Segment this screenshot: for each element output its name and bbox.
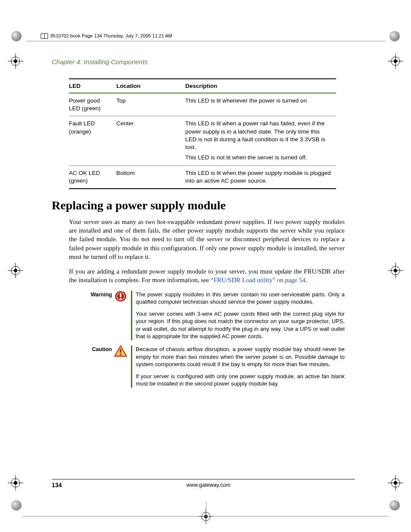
caution-text: Because of chassis airflow disruption, a… — [136, 345, 345, 388]
svg-rect-33 — [120, 349, 121, 353]
th-description: Description — [185, 79, 336, 93]
svg-point-7 — [394, 59, 397, 63]
table-row: Fault LED (orange) Center This LED is li… — [69, 116, 336, 165]
caution-label: Caution — [86, 345, 112, 388]
section-heading: Replacing a power supply module — [52, 199, 355, 212]
caution-icon — [112, 345, 129, 388]
svg-point-34 — [120, 354, 121, 355]
chapter-title: Chapter 4: Installing Components — [52, 58, 355, 65]
cell-led: AC OK LED (green) — [69, 165, 116, 189]
cell-description: This LED is lit when the power supply mo… — [185, 165, 336, 189]
th-location: Location — [116, 79, 185, 93]
warning-text: The power supply modules in this server … — [136, 291, 345, 340]
svg-point-32 — [120, 298, 121, 299]
body-paragraph: Your server uses as many as two hot-swap… — [69, 218, 345, 261]
footer-url: www.gateway.com — [62, 482, 355, 488]
book-icon — [40, 33, 48, 41]
svg-rect-31 — [120, 293, 121, 297]
running-header: 8510702.book Page 134 Thursday, July 7, … — [50, 33, 385, 38]
svg-point-19 — [14, 481, 17, 485]
body-paragraph: If you are adding a redundant power supp… — [69, 267, 345, 285]
led-table: LED Location Description Power good LED … — [69, 78, 336, 189]
cell-description: This LED is lit whenever the power is tu… — [185, 93, 336, 116]
svg-point-23 — [394, 481, 397, 485]
svg-point-11 — [14, 269, 17, 272]
warning-block: Warning The power supply modules in this… — [86, 291, 345, 340]
cell-description: This LED is lit when a power rail has fa… — [185, 116, 336, 165]
table-row: Power good LED (green) Top This LED is l… — [69, 93, 336, 116]
warning-label: Warning — [86, 291, 112, 340]
svg-point-3 — [14, 59, 17, 63]
svg-point-15 — [394, 269, 397, 272]
xref-link[interactable]: “FRU/SDR Load utility” on page 54 — [211, 277, 305, 283]
th-led: LED — [69, 79, 116, 93]
page-number: 134 — [52, 482, 62, 488]
cell-led: Power good LED (green) — [69, 93, 116, 116]
cell-location: Center — [116, 116, 185, 165]
warning-icon — [112, 291, 129, 340]
cell-led: Fault LED (orange) — [69, 116, 116, 165]
table-row: AC OK LED (green) Bottom This LED is lit… — [69, 165, 336, 189]
cell-location: Bottom — [116, 165, 185, 189]
cell-location: Top — [116, 93, 185, 116]
caution-block: Caution Because of chassis airflow disru… — [86, 345, 345, 388]
